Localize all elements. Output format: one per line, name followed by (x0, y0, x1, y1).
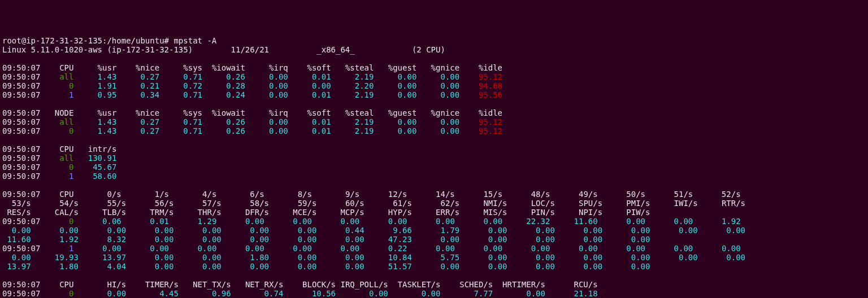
metric-value: 1.92 (31, 235, 79, 244)
os-info: Linux 5.11.0-1020-aws (ip-172-31-32-135) (2, 45, 231, 54)
timestamp: 09:50:07 (2, 163, 40, 172)
metric-value: 0.00 (602, 262, 650, 271)
metric-value: 0.00 (374, 126, 416, 135)
column-header: NET_TX/s (179, 280, 231, 289)
metric-value: 0.00 (173, 253, 221, 262)
column-header: PMI/s (602, 199, 650, 208)
metric-value: 0.34 (116, 90, 159, 99)
metric-value: 0.00 (602, 253, 650, 262)
column-header: CPU (40, 144, 73, 154)
metric-value: 95.12 (459, 126, 502, 135)
metric-value: 1.43 (73, 117, 116, 126)
terminal-line: 09:50:07 0 0.00 4.45 0.96 0.74 10.56 0.0… (2, 289, 866, 298)
timestamp: 09:50:07 (2, 126, 40, 135)
date: 11/26/21 (231, 45, 317, 54)
metric-value: 0.00 (459, 235, 507, 244)
column-header: LOC/s (507, 199, 555, 208)
column-header: 52/s (693, 190, 740, 199)
metric-value: 1.79 (412, 226, 459, 235)
metric-value: 10.56 (283, 289, 336, 298)
metric-value: 0.00 (316, 262, 364, 271)
column-header: %soft (288, 108, 331, 117)
column-header: %gnice (416, 108, 459, 117)
metric-value: 0.00 (312, 217, 359, 226)
metric-value: 0.00 (222, 235, 269, 244)
column-header: %guest (374, 108, 416, 117)
terminal-line: 09:50:07 1 58.60 (2, 172, 866, 181)
metric-value: 0.96 (179, 289, 231, 298)
cpu-count: (2 CPU) (412, 45, 445, 54)
metric-value: 0.01 (288, 72, 331, 81)
terminal-line: 09:50:07 all 1.43 0.27 0.71 0.26 0.00 0.… (2, 117, 866, 126)
terminal-output: root@ip-172-31-32-135:/home/ubuntu# mpst… (0, 36, 868, 298)
metric-value: 2.20 (331, 81, 374, 90)
column-header: HI/s (73, 280, 126, 289)
metric-value: 0.28 (202, 81, 245, 90)
metric-value: 0.00 (121, 244, 169, 253)
column-header: NODE (40, 108, 73, 117)
metric-value: 0.00 (73, 244, 121, 253)
metric-value: 0.00 (126, 253, 173, 262)
metric-value: 0.06 (73, 217, 121, 226)
metric-value: 0.21 (116, 81, 159, 90)
metric-value: 0.00 (2, 226, 31, 235)
metric-value: 0.00 (412, 235, 459, 244)
metric-value: 21.18 (545, 289, 598, 298)
metric-value: 0.00 (555, 253, 602, 262)
metric-value: 0.26 (202, 72, 245, 81)
metric-value: 19.93 (31, 253, 79, 262)
shell-prompt[interactable]: root@ip-172-31-32-135:/home/ubuntu# (2, 36, 173, 45)
metric-value: 8.32 (79, 235, 126, 244)
cpu-id: 1 (40, 90, 73, 99)
timestamp: 09:50:07 (2, 108, 40, 117)
metric-value: 0.00 (645, 217, 693, 226)
column-header: 12/s (359, 190, 407, 199)
metric-value: 0.00 (169, 244, 216, 253)
metric-value: 0.00 (650, 253, 697, 262)
column-header: 62/s (412, 199, 459, 208)
metric-value: 0.00 (693, 244, 740, 253)
terminal-line: 09:50:07 all 1.43 0.27 0.71 0.26 0.00 0.… (2, 72, 866, 81)
column-header: %iowait (202, 63, 245, 72)
metric-value: 0.00 (359, 217, 407, 226)
metric-value: 0.44 (316, 226, 364, 235)
metric-value: 0.00 (459, 226, 507, 235)
column-header: 14/s (407, 190, 455, 199)
metric-value: 0.00 (407, 244, 455, 253)
column-header: 51/s (645, 190, 693, 199)
column-header: 61/s (364, 199, 412, 208)
column-header: 56/s (126, 199, 173, 208)
metric-value: 0.00 (416, 90, 459, 99)
metric-value: 0.01 (288, 126, 331, 135)
metric-value: 0.24 (202, 90, 245, 99)
column-header: 6/s (216, 190, 264, 199)
cpu-id: 0 (40, 289, 73, 298)
column-header: SCHED/s (440, 280, 493, 289)
metric-value: 0.00 (316, 235, 364, 244)
metric-value: 51.57 (364, 262, 412, 271)
column-header: intr/s (73, 144, 116, 154)
metric-value: 0.00 (555, 262, 602, 271)
metric-value: 95.12 (459, 117, 502, 126)
metric-value: 0.00 (269, 253, 316, 262)
column-header: %sys (159, 108, 202, 117)
column-header: %iowait (202, 108, 245, 117)
metric-value: 0.00 (269, 226, 316, 235)
terminal-line: 53/s 54/s 55/s 56/s 57/s 58/s 59/s 60/s … (2, 199, 866, 208)
column-header: 57/s (173, 199, 221, 208)
column-header: CPU (40, 63, 73, 72)
metric-value: 1.92 (693, 217, 740, 226)
terminal-line: 09:50:07 0 1.91 0.21 0.72 0.28 0.00 0.00… (2, 81, 866, 90)
terminal-line: 09:50:07 0 1.43 0.27 0.71 0.26 0.00 0.01… (2, 126, 866, 135)
timestamp: 09:50:07 (2, 63, 40, 72)
metric-value: 0.00 (507, 226, 555, 235)
metric-value: 0.27 (116, 72, 159, 81)
metric-value: 0.72 (159, 81, 202, 90)
metric-value: 0.00 (312, 244, 359, 253)
metric-value: 0.00 (222, 226, 269, 235)
metric-value: 0.00 (416, 126, 459, 135)
metric-value: 0.00 (316, 253, 364, 262)
metric-value: 0.00 (126, 235, 173, 244)
metric-value: 1.29 (169, 217, 216, 226)
metric-value: 0.00 (374, 72, 416, 81)
